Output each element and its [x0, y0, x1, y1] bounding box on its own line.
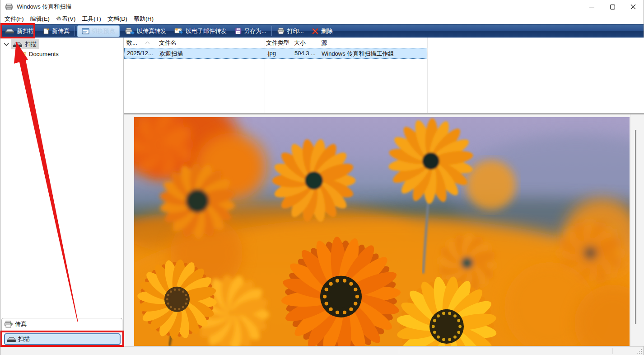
- tree-node-scan[interactable]: 扫描: [0, 40, 39, 49]
- close-button[interactable]: [623, 0, 644, 14]
- column-header-date[interactable]: 数...: [126, 39, 137, 47]
- list-header-row: 数... 文件名 文件类型 大小 源: [124, 38, 644, 47]
- toolbar-separator: [75, 26, 75, 36]
- menu-edit[interactable]: 编辑(E): [27, 14, 53, 24]
- file-type: .jpg: [266, 50, 276, 57]
- scanned-image-preview: [134, 117, 630, 346]
- print-label: 打印...: [287, 27, 304, 35]
- switcher-fax-label: 传真: [15, 320, 27, 328]
- print-button[interactable]: 打印...: [273, 25, 308, 37]
- forward-as-email-label: 以电子邮件转发: [186, 27, 227, 35]
- new-document-icon: [42, 28, 50, 35]
- delete-x-icon: [312, 28, 319, 34]
- file-date: 2025/12...: [127, 50, 153, 57]
- new-fax-button[interactable]: 新传真: [38, 25, 74, 37]
- column-divider[interactable]: [427, 38, 428, 113]
- status-bar: [0, 346, 644, 355]
- app-fax-printer-icon: [5, 3, 13, 10]
- folder-tree-sidebar: 扫描 Documents 传真: [0, 38, 124, 346]
- file-row-selected[interactable]: 2025/12... 欢迎扫描 .jpg 504.3 ... Windows 传…: [124, 48, 427, 59]
- annotation-box-scan-switcher: [0, 331, 124, 347]
- title-bar: Windows 传真和扫描: [0, 0, 644, 14]
- fax-printer-icon: [4, 321, 13, 328]
- menu-file[interactable]: 文件(F): [1, 14, 27, 24]
- toggle-preview-button[interactable]: 切换预览: [77, 25, 120, 37]
- email-forward-arrow-icon: [174, 28, 183, 34]
- column-header-filetype[interactable]: 文件类型: [266, 39, 289, 47]
- preview-scrollbar[interactable]: [630, 114, 644, 346]
- minimize-icon: [589, 5, 594, 9]
- close-icon: [630, 4, 636, 9]
- toggle-preview-label: 切换预览: [92, 27, 115, 35]
- preview-pane: [124, 114, 644, 346]
- scanned-files-list: 数... 文件名 文件类型 大小 源 2025/12... 欢迎扫描 .jpg …: [124, 38, 644, 114]
- forward-as-fax-label: 以传真转发: [137, 27, 166, 35]
- menu-document[interactable]: 文档(D): [104, 14, 131, 24]
- save-as-label: 另存为...: [244, 27, 266, 35]
- app-window: Windows 传真和扫描 文件(F) 编辑(E) 查看(V) 工具(T) 文档…: [0, 0, 644, 355]
- save-as-button[interactable]: 另存为...: [231, 25, 271, 37]
- maximize-icon: [610, 5, 615, 9]
- annotation-box-new-scan: [0, 23, 35, 38]
- floppy-disk-icon: [235, 28, 242, 34]
- minimize-button[interactable]: [581, 0, 602, 14]
- scanner-icon: [13, 42, 23, 47]
- file-name: 欢迎扫描: [159, 50, 183, 58]
- column-header-source[interactable]: 源: [321, 39, 327, 47]
- tree-node-scan-label: 扫描: [25, 40, 37, 48]
- statusbar-divider: [612, 348, 613, 354]
- toolbar: 新扫描 新传真 切换预览: [0, 24, 644, 38]
- file-source: Windows 传真和扫描工作组: [322, 50, 394, 58]
- forward-as-email-button[interactable]: 以电子邮件转发: [170, 25, 231, 37]
- tree-node-documents[interactable]: Documents: [18, 49, 59, 58]
- menu-tools[interactable]: 工具(T): [79, 14, 104, 24]
- printer-icon: [277, 28, 285, 34]
- scrollbar-thumb[interactable]: [635, 130, 636, 324]
- new-fax-label: 新传真: [52, 27, 70, 35]
- forward-as-fax-button[interactable]: 以传真转发: [121, 25, 170, 37]
- fax-forward-arrow-icon: [125, 28, 135, 34]
- file-size: 504.3 ...: [294, 50, 316, 57]
- toolbar-separator: [271, 26, 272, 36]
- statusbar-divider: [399, 348, 399, 354]
- tree-node-documents-label: Documents: [29, 51, 59, 57]
- switcher-fax-item[interactable]: 传真: [2, 318, 122, 330]
- maximize-button[interactable]: [602, 0, 623, 14]
- resize-grip-icon[interactable]: [637, 349, 642, 354]
- menu-view[interactable]: 查看(V): [53, 14, 79, 24]
- preview-window-icon: [82, 28, 89, 34]
- chevron-down-icon: [4, 43, 9, 46]
- column-header-size[interactable]: 大小: [294, 39, 306, 47]
- delete-button[interactable]: 删除: [308, 25, 337, 37]
- delete-label: 删除: [321, 27, 333, 35]
- menu-help[interactable]: 帮助(H): [131, 14, 157, 24]
- sort-caret-icon: [145, 42, 149, 44]
- window-title: Windows 传真和扫描: [17, 3, 71, 11]
- folder-icon: [18, 51, 26, 57]
- column-header-filename[interactable]: 文件名: [159, 39, 177, 47]
- menu-bar: 文件(F) 编辑(E) 查看(V) 工具(T) 文档(D) 帮助(H): [0, 14, 644, 24]
